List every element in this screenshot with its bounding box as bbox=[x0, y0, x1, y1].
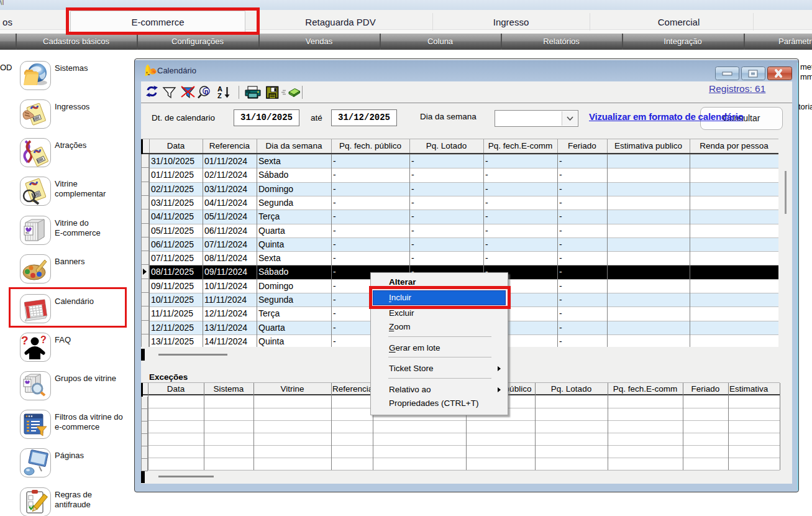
svg-text:Z: Z bbox=[217, 92, 222, 99]
svg-text:n: n bbox=[204, 88, 208, 95]
svg-text:?: ? bbox=[21, 334, 29, 347]
svg-text:sc: sc bbox=[25, 231, 29, 234]
svg-text:?: ? bbox=[40, 334, 47, 345]
